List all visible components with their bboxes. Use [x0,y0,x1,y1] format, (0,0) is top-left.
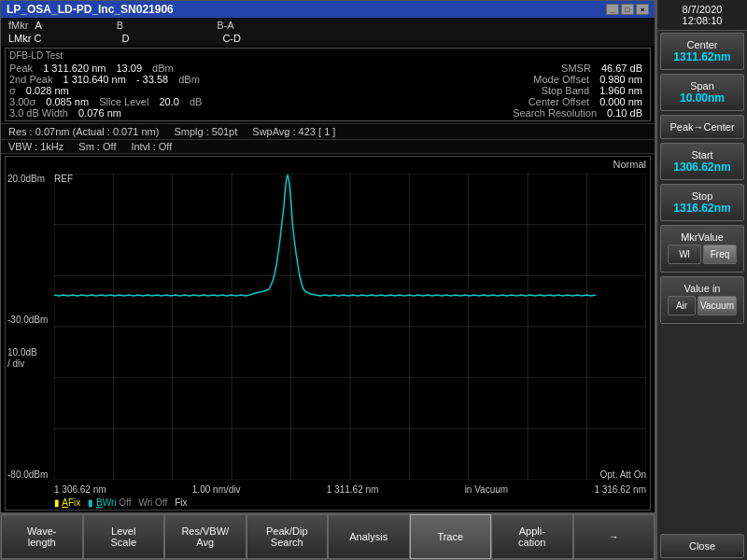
x-axis-row: 1 306.62 nm 1.00 nm/div 1 311.62 nm in V… [54,484,646,495]
title-bar: LP_OSA_LD-PD_Inc_SN021906 _ □ × [1,1,655,18]
sm-value: Sm : Off [78,141,116,152]
b-label: B [117,20,123,31]
close-button[interactable]: Close [660,534,744,558]
dbwidth-row: 3.0 dB Width 0.076 nm [9,107,221,119]
bottom-btn-res[interactable]: Res/VBW/Avg [164,514,247,559]
fmkr-label: fMkr A [8,20,42,31]
bottom-btn-arrow[interactable]: → [573,514,655,559]
dfb-col-right: SMSR 46.67 dB Mode Offset 0.980 nm Stop … [434,63,646,119]
sigma-row: σ 0.028 nm [9,85,221,96]
swpavg-value: SwpAvg : 423 [ 1 ] [252,126,335,137]
time: 12:08:10 [659,15,745,26]
maximize-button[interactable]: □ [621,4,634,15]
bottom-btn-trace[interactable]: Trace [410,514,492,559]
value-in-row: Air Vacuum [668,296,737,315]
trace-wri: Wri Off [138,497,167,508]
peak2-row: 2nd Peak 1 310.640 nm - 33.58 dBm [9,74,221,85]
close-button[interactable]: × [636,4,649,15]
bottom-btn-peak[interactable]: Peak/DipSearch [247,514,329,559]
sigma3-row: 3.00σ 0.085 nm Slice Level 20.0 dB [9,96,221,107]
bottom-btn-wavelength[interactable]: Wave-length [1,514,83,559]
cd-label: C-D [222,33,241,44]
trace-type-row: ▮ AFix ▮ BWri Off Wri Off Fix [54,497,646,508]
window-title: LP_OSA_LD-PD_Inc_SN021906 [7,3,174,16]
x-unit: in Vacuum [465,484,509,495]
peak-row: Peak 1 311.620 nm 13.09 dBm [9,63,221,74]
dfb-col-left: Peak 1 311.620 nm 13.09 dBm 2nd Peak 1 3… [9,63,221,119]
left-panel: LP_OSA_LD-PD_Inc_SN021906 _ □ × fMkr A B… [0,0,655,560]
smplg-value: Smplg : 501pt [174,126,237,137]
mkrvalue-wl[interactable]: Wl [668,245,701,264]
y-top-label: 20.0dBm [7,174,45,184]
mkrvalue-freq[interactable]: Freq [703,245,737,264]
x-left: 1 306.62 nm [54,484,106,495]
res-row2: VBW : 1kHz Sm : Off Intvl : Off [1,140,655,154]
smsr-row: SMSR 46.67 dB [434,63,642,74]
stop-band-row: Stop Band 1.960 nm [434,85,642,96]
datetime: 8/7/2020 12:08:10 [657,0,747,31]
date: 8/7/2020 [659,4,745,15]
mkrvalue-row: Wl Freq [668,245,737,264]
mkrvalue-button: MkrValue Wl Freq [660,225,744,273]
dfb-title: DFB-LD Test [9,50,646,61]
marker-row2: LMkr C D C-D [1,33,655,46]
spectrum-svg [54,174,646,480]
value-in-vacuum[interactable]: Vacuum [698,296,737,315]
start-button[interactable]: Start 1306.62nm [660,143,744,180]
mode-offset-row: Mode Offset 0.980 nm [434,74,642,85]
stop-button[interactable]: Stop 1316.62nm [660,184,744,221]
res-value: Res : 0.07nm (Actual : 0.071 nm) [8,126,159,137]
marker-row: fMkr A B B-A [1,18,655,33]
bottom-btn-level[interactable]: LevelScale [83,514,165,559]
x-center: 1 311.62 nm [327,484,379,495]
search-res-row: Search Resolution 0.10 dB [434,107,642,119]
value-in-button: Value in Air Vacuum [660,276,744,324]
bottom-btn-application[interactable]: Appli-cation [491,514,573,559]
vbw-value: VBW : 1kHz [8,141,63,152]
opt-att-label: Opt. Att On [600,469,646,480]
spectrum-trace [54,175,596,296]
window-controls: _ □ × [606,4,649,15]
side-spacer [657,326,747,532]
ba-label: B-A [217,20,233,31]
spectrum-area: Normal 20.0dBm -30.0dBm 10.0dB/ div -80.… [5,156,651,511]
y-div-label: 10.0dB/ div [7,347,37,370]
intvl-value: Intvl : Off [131,141,172,152]
trace-b: ▮ BWri Off [88,497,131,508]
bottom-btn-analysis[interactable]: Analysis [328,514,410,559]
trace-a: ▮ AFix [54,497,80,508]
center-button[interactable]: Center 1311.62nm [660,33,744,70]
peak-center-button[interactable]: Peak→Center [660,115,744,139]
x-right: 1 316.62 nm [594,484,646,495]
bottom-bar: Wave-length LevelScale Res/VBW/Avg Peak/… [1,512,655,559]
y-bot-label: -80.0dBm [7,469,48,480]
span-button[interactable]: Span 10.00nm [660,74,744,111]
trace-fix: Fix [175,497,187,508]
normal-label: Normal [613,159,646,170]
res-row: Res : 0.07nm (Actual : 0.071 nm) Smplg :… [1,123,655,140]
d-label: D [121,33,129,44]
center-offset-row: Center Offset 0.000 nm [434,96,642,107]
x-div: 1.00 nm/div [192,484,241,495]
dfb-section: DFB-LD Test Peak 1 311.620 nm 13.09 dBm … [5,48,651,121]
right-panel: 8/7/2020 12:08:10 Center 1311.62nm Span … [655,0,747,560]
lmkr-label: LMkr C [8,33,41,44]
y-mid-label: -30.0dBm [7,314,48,324]
minimize-button[interactable]: _ [606,4,619,15]
value-in-air[interactable]: Air [668,296,696,315]
main-container: LP_OSA_LD-PD_Inc_SN021906 _ □ × fMkr A B… [0,0,747,560]
